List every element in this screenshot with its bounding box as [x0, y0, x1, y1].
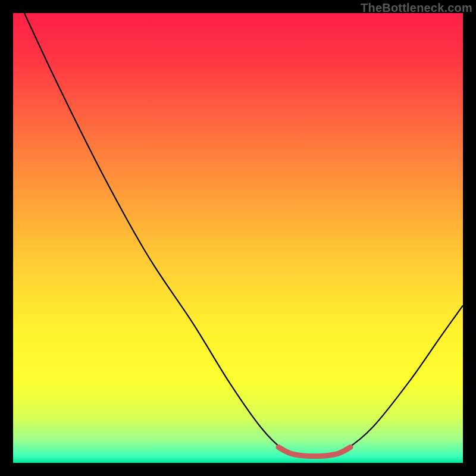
plot-frame: [13, 13, 463, 463]
chart-svg: [13, 13, 463, 463]
watermark-text: TheBottleneck.com: [361, 1, 472, 15]
